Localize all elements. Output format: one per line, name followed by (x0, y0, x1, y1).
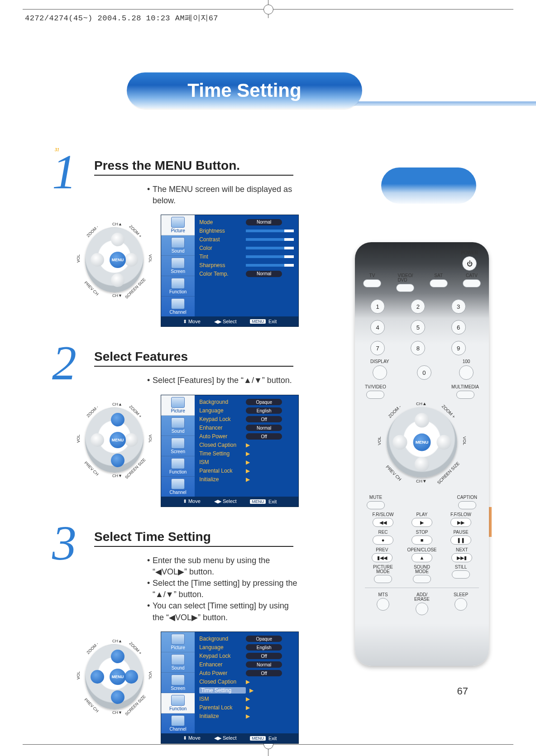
keypad-6-button[interactable]: 6 (451, 320, 466, 335)
osd-side-screen[interactable]: Screen (161, 673, 195, 693)
dpad-up[interactable] (415, 413, 429, 427)
trans-button[interactable]: ▲ (412, 553, 432, 562)
src-button-2[interactable] (430, 279, 448, 287)
dpad-down[interactable] (415, 457, 429, 471)
osd-key[interactable]: Initialize (199, 713, 242, 719)
osd-val: Off (246, 670, 282, 676)
osd-side-channel[interactable]: Channel (161, 713, 195, 733)
dpad-menu-button[interactable]: MENU (413, 434, 431, 451)
keypad-0-button[interactable]: 0 (417, 365, 431, 380)
aux-button[interactable] (416, 603, 428, 615)
src-button-0[interactable] (363, 279, 381, 287)
dpad-label-chup: CH▲ (112, 402, 122, 407)
mode-label: PICTURE MODE (373, 565, 393, 574)
osd-side-screen[interactable]: Screen (161, 256, 195, 276)
osd-key[interactable]: Closed Caption (199, 442, 242, 448)
mode-button[interactable] (374, 575, 392, 583)
multimedia-button[interactable] (456, 391, 474, 399)
osd-foot-select: ◀▶ Select (214, 735, 237, 741)
osd-key[interactable]: Parental Lock (199, 704, 242, 711)
osd-val: English (246, 644, 282, 651)
src-label: TV (369, 273, 375, 278)
mute-button[interactable] (367, 501, 385, 509)
osd-side-sound[interactable]: Sound (161, 652, 195, 673)
submenu-arrow-icon: ▶ (246, 713, 250, 719)
dpad-right[interactable] (124, 670, 138, 684)
trans-label: PREV (376, 547, 388, 552)
dpad-menu-button[interactable]: MENU (110, 669, 126, 685)
trans-button[interactable]: ■ (412, 536, 432, 545)
trans-button[interactable]: ● (373, 536, 393, 545)
submenu-arrow-icon: ▶ (246, 704, 250, 711)
trans-label: REC (378, 530, 388, 535)
osd-side-channel[interactable]: Channel (161, 297, 195, 316)
trans-button[interactable]: ▶ (412, 518, 432, 527)
keypad-2-button[interactable]: 2 (411, 299, 425, 314)
src-button-1[interactable] (396, 284, 414, 292)
osd-key[interactable]: Closed Caption (199, 679, 242, 685)
osd-menu: PictureSoundScreenFunctionChannel Backgr… (161, 395, 299, 507)
osd-val: Normal (246, 425, 282, 431)
osd-key: Enhancer (199, 661, 242, 668)
tvvideo-button[interactable] (366, 391, 384, 399)
osd-side-picture[interactable]: Picture (161, 632, 195, 652)
dpad-right[interactable] (124, 433, 138, 447)
dpad-right[interactable] (436, 435, 451, 450)
dpad-left[interactable] (91, 670, 104, 684)
src-button-3[interactable] (463, 279, 481, 287)
osd-key[interactable]: ISM (199, 459, 242, 465)
osd-key[interactable]: Time Setting (199, 687, 246, 694)
step-bullet: Enter the sub menu by using the “◀VOL▶” … (147, 555, 299, 578)
keypad-3-button[interactable]: 3 (451, 299, 466, 314)
hundred-button[interactable] (459, 365, 474, 380)
trans-button[interactable]: ▮◀◀ (372, 553, 392, 562)
keypad-8-button[interactable]: 8 (411, 341, 425, 355)
osd-key[interactable]: Time Setting (199, 450, 242, 457)
keypad-7-button[interactable]: 7 (370, 341, 385, 355)
dpad-left[interactable] (392, 435, 407, 450)
dpad-up[interactable] (111, 650, 124, 663)
osd-key[interactable]: Parental Lock (199, 468, 242, 474)
osd-key[interactable]: Initialize (199, 476, 242, 483)
power-button[interactable]: ⏻ (462, 256, 477, 271)
osd-key: Color (199, 245, 242, 251)
aux-button[interactable] (377, 598, 389, 611)
trans-button[interactable]: ◀◀ (373, 518, 393, 527)
display-button[interactable] (373, 365, 387, 380)
osd-side-sound[interactable]: Sound (161, 235, 195, 256)
mode-button[interactable] (413, 575, 431, 583)
trans-button[interactable]: ▶▶▮ (451, 553, 472, 562)
mode-button[interactable] (452, 570, 470, 579)
trans-label: STOP (416, 530, 428, 535)
osd-side-picture[interactable]: Picture (161, 215, 195, 235)
osd-side-icon (171, 258, 185, 268)
dpad-down[interactable] (111, 690, 124, 704)
osd-side-function[interactable]: Function (161, 276, 195, 297)
dpad-up[interactable] (111, 413, 124, 426)
osd-side-picture[interactable]: Picture (161, 395, 195, 416)
keypad-1-button[interactable]: 1 (370, 299, 385, 314)
osd-side-function[interactable]: Function (161, 456, 195, 477)
osd-side-label: Sound (172, 429, 185, 434)
osd-key[interactable]: ISM (199, 696, 242, 702)
dpad-label-chdn: CH▼ (416, 478, 427, 483)
keypad-5-button[interactable]: 5 (411, 320, 425, 335)
dpad-label-volr: VOL (462, 436, 467, 445)
osd-side-label: Sound (172, 249, 185, 254)
nav-dpad: MENU CH▲ CH▼ VOL VOL ZOOM - ZOOM + PREV … (77, 636, 152, 718)
step-number: 1 (52, 148, 77, 196)
osd-side-sound[interactable]: Sound (161, 416, 195, 436)
trans-button[interactable]: ▶▶ (450, 518, 471, 527)
osd-side-channel[interactable]: Channel (161, 477, 195, 497)
dpad-down[interactable] (111, 454, 124, 467)
osd-side-screen[interactable]: Screen (161, 436, 195, 456)
dpad-menu-button[interactable]: MENU (110, 432, 126, 448)
keypad-9-button[interactable]: 9 (451, 341, 466, 355)
osd-menu: PictureSoundScreenFunctionChannel Backgr… (161, 632, 299, 744)
keypad-4-button[interactable]: 4 (370, 320, 385, 335)
trans-button[interactable]: ❚❚ (450, 536, 471, 545)
dpad-left[interactable] (91, 433, 104, 447)
caption-button[interactable] (458, 501, 476, 509)
osd-side-function[interactable]: Function (161, 693, 195, 713)
aux-button[interactable] (455, 598, 467, 611)
